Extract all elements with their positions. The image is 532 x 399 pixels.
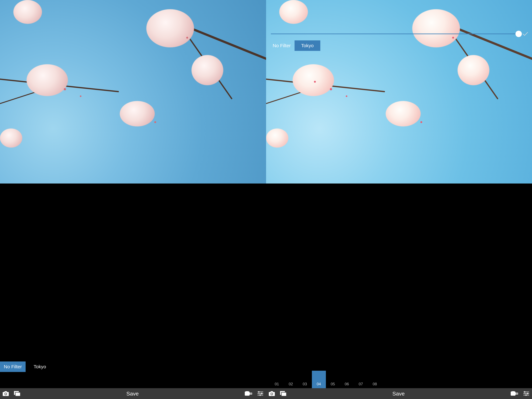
right-mid-area: No Filter Tokyo 01 02 03 04 05 06 07 08	[266, 0, 532, 399]
svg-rect-26	[527, 393, 528, 394]
svg-rect-7	[251, 393, 252, 394]
svg-rect-19	[516, 393, 516, 394]
subfilter-05[interactable]: 05	[326, 380, 340, 388]
filter-category-row[interactable]: No Filter Tokyo	[0, 361, 266, 372]
subfilter-07[interactable]: 07	[354, 380, 368, 388]
svg-rect-5	[250, 393, 250, 394]
subfilter-06[interactable]: 06	[340, 380, 354, 388]
subfilter-label: 02	[289, 380, 293, 388]
svg-rect-25	[524, 391, 525, 393]
svg-rect-6	[251, 393, 251, 394]
subfilter-03[interactable]: 03	[298, 380, 312, 388]
svg-rect-20	[517, 393, 517, 394]
subfilter-label: 04	[317, 380, 321, 388]
bottom-toolbar: Save	[266, 388, 532, 399]
camera-button[interactable]	[266, 388, 278, 399]
slider-thumb[interactable]	[515, 31, 522, 37]
subfilter-04[interactable]: 04	[312, 371, 326, 388]
adjustments-button[interactable]	[520, 388, 532, 399]
svg-rect-3	[246, 391, 249, 392]
svg-rect-13	[260, 394, 260, 396]
stack-icon	[14, 391, 20, 396]
subfilter-label: 05	[331, 380, 335, 388]
subfilter-01[interactable]: 01	[270, 380, 284, 388]
filter-no-filter[interactable]: No Filter	[0, 361, 25, 372]
adjustments-button[interactable]	[255, 388, 266, 399]
film-button[interactable]	[242, 388, 255, 399]
check-icon	[523, 32, 528, 36]
subfilter-02[interactable]: 02	[284, 380, 298, 388]
subfilter-label: 08	[373, 380, 377, 388]
svg-rect-8	[258, 392, 263, 392]
stack-icon	[280, 391, 286, 396]
svg-rect-21	[517, 393, 518, 394]
app-root: No Filter Tokyo Save	[0, 0, 532, 399]
film-roll-icon	[511, 391, 518, 396]
svg-rect-1	[15, 392, 20, 396]
filter-category-row[interactable]: No Filter Tokyo	[269, 40, 532, 51]
save-button[interactable]: Save	[23, 391, 242, 397]
filter-tokyo[interactable]: Tokyo	[30, 361, 50, 372]
sliders-icon	[258, 391, 263, 396]
subfilter-label: 07	[359, 380, 363, 388]
bottom-toolbar: Save	[0, 388, 266, 399]
left-mid-area: No Filter Tokyo	[0, 0, 266, 399]
svg-rect-9	[258, 393, 263, 394]
subfilter-label: 01	[275, 380, 279, 388]
svg-rect-16	[511, 392, 515, 396]
filter-tokyo[interactable]: Tokyo	[295, 40, 320, 51]
intensity-slider-row	[271, 32, 530, 36]
subfilter-row[interactable]: 01 02 03 04 05 06 07 08	[270, 371, 532, 388]
library-button[interactable]	[12, 388, 23, 399]
camera-icon	[269, 391, 275, 396]
sliders-icon	[523, 391, 529, 396]
subfilter-label: 03	[303, 380, 307, 388]
right-pane: No Filter Tokyo 01 02 03 04 05 06 07 08 …	[266, 0, 532, 399]
subfilter-08[interactable]: 08	[368, 380, 382, 388]
intensity-slider[interactable]	[271, 34, 519, 34]
svg-rect-17	[512, 391, 514, 392]
save-button[interactable]: Save	[289, 391, 508, 397]
svg-rect-15	[281, 392, 286, 396]
svg-rect-22	[523, 392, 529, 392]
svg-rect-2	[245, 392, 250, 396]
svg-rect-11	[259, 391, 259, 393]
svg-rect-27	[526, 394, 526, 396]
svg-rect-23	[523, 393, 529, 394]
filter-no-filter[interactable]: No Filter	[269, 40, 295, 51]
camera-button[interactable]	[0, 388, 12, 399]
library-button[interactable]	[278, 388, 289, 399]
film-roll-icon	[245, 391, 252, 396]
confirm-button[interactable]	[520, 32, 530, 36]
subfilter-label: 06	[345, 380, 349, 388]
film-button[interactable]	[508, 388, 520, 399]
camera-icon	[3, 391, 9, 396]
left-pane: No Filter Tokyo Save	[0, 0, 266, 399]
svg-rect-12	[261, 393, 262, 394]
